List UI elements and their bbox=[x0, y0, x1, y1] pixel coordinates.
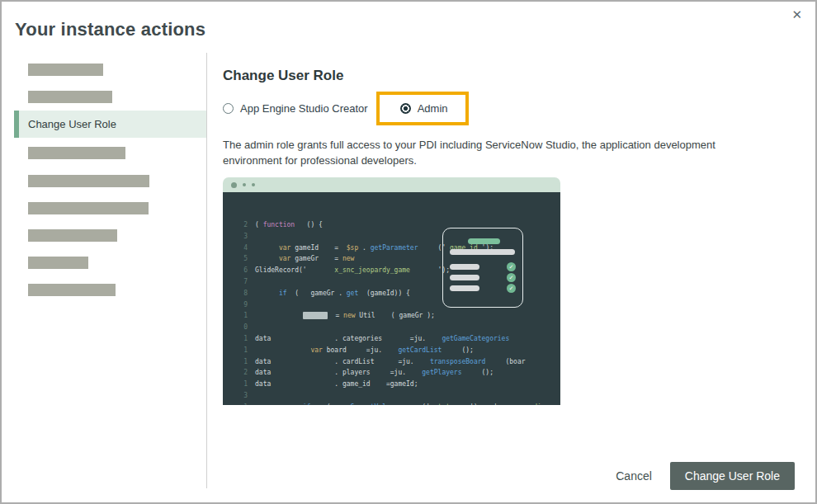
code-editor-area: 2( function () {34 var gameId = $sp . ge… bbox=[223, 192, 560, 405]
dialog-title: Your instance actions bbox=[15, 19, 205, 40]
change-user-role-dialog: Your instance actions ✕ Change User Role… bbox=[0, 0, 817, 504]
role-radio-group: App Engine Studio Creator Admin bbox=[223, 92, 776, 125]
sidebar-item-change-user-role[interactable]: Change User Role bbox=[14, 111, 206, 138]
sidebar-item-redacted[interactable] bbox=[14, 147, 206, 159]
check-icon: ✓ bbox=[507, 284, 516, 293]
code-line: 1data . game_id =gameId; bbox=[223, 379, 560, 390]
redacted-label-bar bbox=[28, 175, 149, 187]
check-icon: ✓ bbox=[507, 262, 516, 271]
record-card-illustration: ✓✓✓ bbox=[442, 228, 523, 308]
check-icon: ✓ bbox=[507, 273, 516, 282]
code-window-titlebar bbox=[223, 177, 560, 192]
list-line-pill bbox=[450, 285, 479, 291]
code-line: 1 if ( gameGr.getValue (' state ') == ' … bbox=[223, 402, 560, 405]
redacted-label-bar bbox=[28, 229, 117, 242]
code-line: 1data . categories =ju. getGameCategorie… bbox=[223, 333, 560, 345]
code-screenshot: 2( function () {34 var gameId = $sp . ge… bbox=[223, 177, 560, 405]
card-title-pill bbox=[468, 238, 500, 244]
card-list-row: ✓ bbox=[450, 262, 516, 273]
code-line: 3 bbox=[223, 390, 560, 402]
redacted-label-bar bbox=[28, 257, 88, 269]
vertical-divider bbox=[206, 53, 207, 488]
sidebar-item-label: Change User Role bbox=[28, 118, 116, 130]
blurred-text bbox=[303, 312, 328, 319]
code-line: 1data . cardList =ju. transposeBoard (bo… bbox=[223, 356, 560, 368]
card-list-row: ✓ bbox=[450, 284, 516, 294]
redacted-label-bar bbox=[28, 284, 116, 296]
main-content: Change User Role App Engine Studio Creat… bbox=[223, 68, 776, 168]
sidebar-item-redacted[interactable] bbox=[14, 284, 206, 296]
close-icon[interactable]: ✕ bbox=[788, 5, 805, 24]
sidebar-item-redacted[interactable] bbox=[14, 175, 206, 187]
sidebar-item-redacted[interactable] bbox=[14, 202, 206, 214]
card-list-row: ✓ bbox=[450, 273, 516, 284]
code-line: 1 var board =ju. getCardList (); bbox=[223, 345, 560, 356]
sidebar-item-redacted[interactable] bbox=[14, 91, 206, 103]
highlight-box: Admin bbox=[376, 92, 469, 125]
redacted-label-bar bbox=[28, 64, 103, 76]
code-line: 1 = new Util ( gameGr ); bbox=[223, 310, 560, 322]
redacted-label-bar bbox=[28, 147, 125, 159]
sidebar-item-redacted[interactable] bbox=[14, 64, 206, 76]
sidebar-item-redacted[interactable] bbox=[14, 229, 206, 242]
radio-app-engine-studio-creator[interactable]: App Engine Studio Creator bbox=[223, 102, 368, 115]
card-check-list: ✓✓✓ bbox=[450, 262, 516, 294]
redacted-label-bar bbox=[28, 202, 149, 214]
radio-label[interactable]: App Engine Studio Creator bbox=[240, 102, 368, 115]
section-heading: Change User Role bbox=[223, 68, 776, 84]
radio-selected-icon[interactable] bbox=[400, 103, 411, 114]
code-line: 0 bbox=[223, 322, 560, 333]
cancel-button[interactable]: Cancel bbox=[616, 469, 652, 483]
radio-label[interactable]: Admin bbox=[418, 102, 448, 115]
card-subtitle-pill bbox=[450, 249, 515, 255]
list-line-pill bbox=[450, 264, 479, 270]
change-user-role-button[interactable]: Change User Role bbox=[670, 462, 795, 490]
window-dot-icon bbox=[243, 183, 246, 186]
window-dot-icon bbox=[231, 182, 237, 188]
role-description: The admin role grants full access to you… bbox=[223, 137, 761, 168]
list-line-pill bbox=[450, 275, 479, 280]
window-dot-icon bbox=[252, 183, 255, 186]
redacted-label-bar bbox=[28, 91, 112, 103]
code-line: 2data . players =ju. getPlayers (); bbox=[223, 367, 560, 379]
sidebar-menu: Change User Role bbox=[14, 64, 206, 296]
radio-admin[interactable]: Admin bbox=[400, 102, 448, 115]
dialog-footer: Cancel Change User Role bbox=[616, 462, 795, 490]
sidebar-item-redacted[interactable] bbox=[14, 257, 206, 269]
radio-unselected-icon[interactable] bbox=[223, 103, 234, 114]
selected-accent-bar bbox=[14, 111, 19, 138]
